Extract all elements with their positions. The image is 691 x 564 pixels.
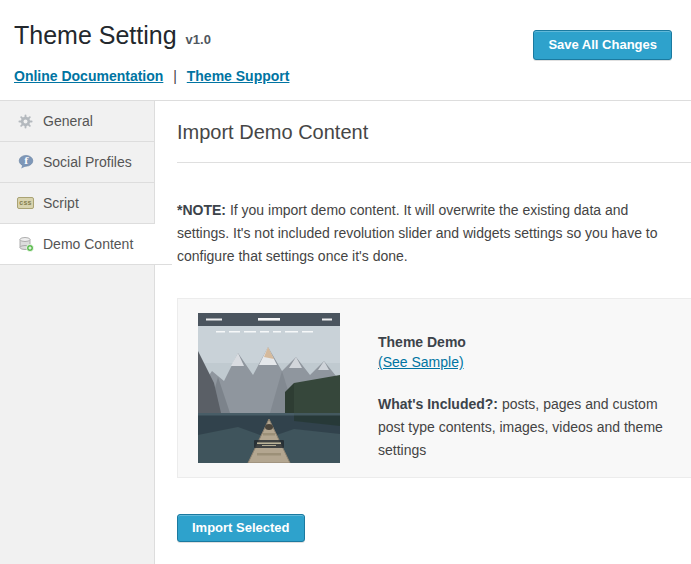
included-paragraph: What's Included?: posts, pages and custo…: [378, 393, 678, 462]
gear-icon: [17, 113, 34, 130]
settings-tabs-sidebar: General f Social Profiles css Script: [0, 101, 155, 564]
database-add-icon: [17, 236, 34, 253]
demo-description: Theme Demo (See Sample) What's Included?…: [340, 313, 678, 463]
tab-label: Social Profiles: [43, 154, 132, 170]
doc-links-row: Online Documentation | Theme Support: [14, 68, 672, 84]
theme-support-link[interactable]: Theme Support: [187, 68, 290, 84]
note-paragraph: *NOTE: If you import demo content. It wi…: [177, 199, 682, 268]
css-badge-icon: css: [17, 195, 34, 212]
see-sample-link[interactable]: (See Sample): [378, 352, 464, 372]
demo-title: Theme Demo: [378, 332, 678, 352]
page-title: Theme Setting: [14, 20, 177, 51]
main-content: Import Demo Content *NOTE: If you import…: [155, 101, 691, 564]
online-documentation-link[interactable]: Online Documentation: [14, 68, 163, 84]
facebook-bubble-icon: f: [17, 154, 34, 171]
heading-divider: [177, 162, 691, 163]
note-label: *NOTE:: [177, 202, 226, 218]
settings-layout: General f Social Profiles css Script: [0, 100, 691, 564]
note-text: If you import demo content. It will over…: [177, 202, 658, 264]
tab-label: Demo Content: [43, 236, 133, 252]
demo-item-card: Theme Demo (See Sample) What's Included?…: [177, 298, 691, 478]
page-header: Theme Setting v1.0 Save All Changes Onli…: [0, 0, 691, 100]
theme-setting-page: Theme Setting v1.0 Save All Changes Onli…: [0, 0, 691, 564]
section-heading: Import Demo Content: [177, 119, 691, 145]
tab-demo-content[interactable]: Demo Content: [0, 224, 172, 265]
tab-script[interactable]: css Script: [0, 183, 154, 224]
tab-social-profiles[interactable]: f Social Profiles: [0, 142, 154, 183]
tab-general[interactable]: General: [0, 101, 154, 142]
tab-label: General: [43, 113, 93, 129]
save-all-changes-button[interactable]: Save All Changes: [533, 30, 672, 60]
import-selected-button[interactable]: Import Selected: [177, 514, 305, 542]
theme-demo-thumbnail: [198, 313, 340, 463]
tab-label: Script: [43, 195, 79, 211]
links-separator: |: [173, 68, 177, 84]
version-label: v1.0: [186, 32, 211, 47]
included-label: What's Included?:: [378, 396, 498, 412]
